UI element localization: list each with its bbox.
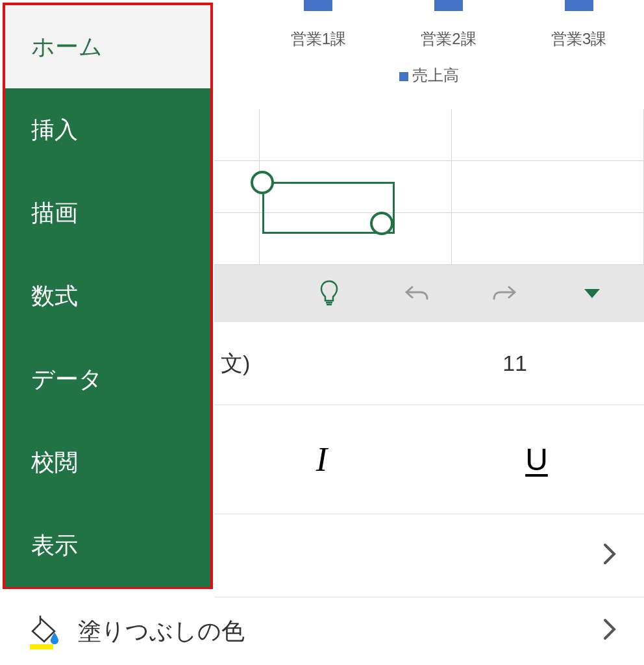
tab-formulas[interactable]: 数式	[5, 255, 210, 338]
tab-label: データ	[31, 364, 103, 395]
grid-cell[interactable]	[214, 213, 260, 264]
selection-handle-bottom-right[interactable]	[370, 212, 393, 235]
tab-review[interactable]: 校閲	[5, 421, 210, 504]
legend-color-box	[399, 72, 408, 81]
tab-home[interactable]: ホーム	[5, 5, 210, 88]
redo-icon[interactable]	[491, 281, 517, 307]
tab-view[interactable]: 表示	[5, 504, 210, 587]
chart-category-label: 営業2課	[384, 17, 514, 49]
chart-legend: 売上高	[214, 65, 644, 86]
font-size-value[interactable]: 11	[502, 351, 527, 376]
chart-category-label: 営業3課	[514, 17, 644, 49]
text-format-row: I U	[214, 405, 644, 514]
fill-color-row[interactable]: 塗りつぶしの色	[0, 597, 644, 665]
undo-icon[interactable]	[404, 281, 430, 307]
grid-cell[interactable]	[260, 109, 452, 160]
underline-button[interactable]: U	[429, 442, 644, 477]
tab-label: 描画	[31, 197, 78, 229]
italic-button[interactable]: I	[214, 440, 429, 479]
font-settings-row[interactable]: 文) 11	[214, 322, 644, 405]
tab-label: ホーム	[31, 31, 103, 63]
underline-icon: U	[525, 442, 548, 477]
chart-axis-labels: 営業1課 営業2課 営業3課	[214, 17, 644, 49]
chevron-right-icon[interactable]	[602, 540, 618, 572]
grid-cell[interactable]	[452, 161, 644, 212]
italic-icon: I	[316, 440, 327, 479]
selection-handle-top-left[interactable]	[251, 171, 274, 194]
fill-color-label: 塗りつぶしの色	[78, 616, 245, 647]
legend-label: 売上高	[412, 66, 459, 84]
lightbulb-icon[interactable]	[316, 281, 342, 307]
dropdown-icon[interactable]	[579, 281, 605, 307]
chart-bar	[565, 0, 593, 11]
tab-insert[interactable]: 挿入	[5, 88, 210, 171]
chart-bar	[434, 0, 463, 11]
grid-cell[interactable]	[452, 109, 644, 160]
chevron-right-icon[interactable]	[602, 615, 618, 647]
chart-category-label: 営業1課	[253, 17, 384, 49]
ribbon-tab-menu: ホーム 挿入 描画 数式 データ 校閲 表示	[3, 3, 213, 589]
chart-area: 営業1課 営業2課 営業3課 売上高	[214, 0, 644, 104]
tab-label: 数式	[31, 281, 78, 312]
tab-draw[interactable]: 描画	[5, 171, 210, 255]
tab-label: 校閲	[31, 447, 78, 479]
more-options-row[interactable]	[214, 514, 644, 597]
grid-row[interactable]	[214, 109, 644, 161]
grid-cell[interactable]	[214, 109, 260, 160]
tab-data[interactable]: データ	[5, 338, 210, 421]
chart-bar	[304, 0, 332, 11]
svg-rect-0	[30, 644, 53, 649]
tab-label: 挿入	[31, 114, 78, 146]
grid-cell[interactable]	[452, 213, 644, 264]
font-name-partial: 文)	[214, 349, 250, 379]
tab-label: 表示	[31, 530, 78, 562]
paint-bucket-icon	[26, 613, 62, 649]
quick-toolbar	[214, 265, 644, 322]
